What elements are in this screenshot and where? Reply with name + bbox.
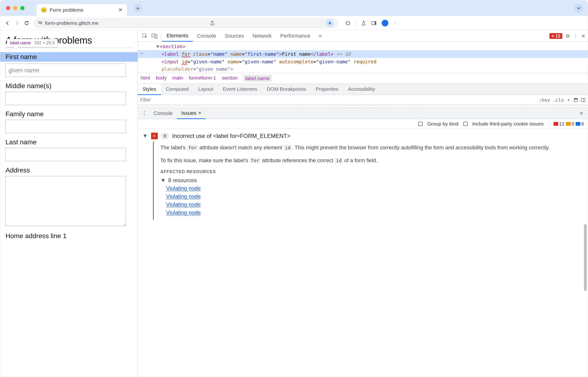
tabs-overflow[interactable]: » <box>315 30 326 41</box>
label-last-name: Last name <box>5 138 132 146</box>
kebab-menu-icon[interactable]: ⋮ <box>394 21 397 25</box>
close-devtools-icon[interactable]: ✕ <box>581 33 585 39</box>
hov-toggle[interactable]: :hov <box>539 97 550 103</box>
issue-description: The label's for attribute doesn't match … <box>160 144 584 152</box>
breadcrumb-item[interactable]: main <box>172 75 183 82</box>
breadcrumb-item[interactable]: form#form-1 <box>189 75 216 82</box>
kebab-menu-icon[interactable]: ⋮ <box>573 33 578 39</box>
issues-toolbar: Group by kind Include third-party cookie… <box>138 119 588 129</box>
include-third-party-label: Include third-party cookie issues <box>472 121 544 127</box>
computed-styles-icon[interactable] <box>574 98 578 102</box>
subtab-computed[interactable]: Computed <box>161 84 193 95</box>
maximize-window[interactable] <box>20 6 24 10</box>
tab-network[interactable]: Network <box>248 30 276 41</box>
devtools-drawer: ⋮ Console Issues ✕ ✕ Group by kind Inclu… <box>138 107 588 377</box>
scrollbar-thumb[interactable] <box>584 224 587 291</box>
separator <box>161 33 161 39</box>
label-middle-name: Middle name(s) <box>5 82 132 90</box>
input-middle-name[interactable] <box>5 92 126 105</box>
site-settings-icon[interactable] <box>38 21 43 25</box>
input-address[interactable] <box>5 176 126 226</box>
inspect-element-icon[interactable] <box>140 33 150 39</box>
labs-icon[interactable] <box>361 21 366 26</box>
dom-node[interactable]: <input id="given-name" name="given-name"… <box>138 58 588 66</box>
side-panel-icon[interactable] <box>371 21 376 25</box>
input-last-name[interactable] <box>5 148 126 161</box>
toggle-sidebar-icon[interactable] <box>581 98 585 102</box>
browser-toolbar: form-problems.glitch.me ★ ⋮ <box>0 16 588 30</box>
violating-node-link[interactable]: Violating node <box>166 210 584 216</box>
subtab-event-listeners[interactable]: Event Listeners <box>218 84 262 95</box>
expand-icon[interactable]: ▼ <box>143 133 148 139</box>
browser-tab[interactable]: 😐 Form problems ✕ <box>36 4 127 16</box>
violating-node-link[interactable]: Violating node <box>166 201 584 208</box>
tabs-overflow-button[interactable] <box>575 4 583 12</box>
expand-icon[interactable]: ▼ <box>160 177 166 184</box>
svg-point-2 <box>39 21 40 22</box>
close-window[interactable] <box>6 6 10 10</box>
tab-title: Form problems <box>50 7 83 13</box>
styles-subtabs: Styles Computed Layout Event Listeners D… <box>138 84 588 95</box>
extensions-icon[interactable] <box>345 21 351 26</box>
info-flag-icon <box>576 122 580 126</box>
reload-button[interactable] <box>24 21 29 25</box>
breadcrumb-item-active[interactable]: label.name <box>243 75 272 82</box>
close-tab-icon[interactable]: ✕ <box>198 111 201 115</box>
address-bar[interactable]: form-problems.glitch.me ★ <box>34 18 338 28</box>
breadcrumb-item[interactable]: html <box>141 75 150 82</box>
subtab-styles[interactable]: Styles <box>138 84 161 95</box>
dom-overflow-indicator[interactable]: ⋯ <box>140 50 144 57</box>
drawer-tab-console[interactable]: Console <box>149 108 177 119</box>
subtab-dom-breakpoints[interactable]: DOM Breakpoints <box>262 84 311 95</box>
breadcrumb-item[interactable]: body <box>156 75 167 82</box>
tab-sources[interactable]: Sources <box>220 30 248 41</box>
subtab-accessibility[interactable]: Accessibility <box>343 84 380 95</box>
device-toolbar-icon[interactable] <box>150 34 159 38</box>
profile-avatar[interactable] <box>382 20 388 26</box>
violating-node-link[interactable]: Violating node <box>166 185 584 192</box>
violating-node-link[interactable]: Violating node <box>166 193 584 200</box>
issue-header[interactable]: ▼ ✕ 8 Incorrect use of <label for=FORM_E… <box>143 133 584 139</box>
new-style-rule-icon[interactable]: ＋ <box>566 97 571 103</box>
dom-node[interactable]: placeholder="given name"> <box>138 66 588 73</box>
selected-dom-node[interactable]: <label for class="name" name="first-name… <box>138 50 588 58</box>
minimize-window[interactable] <box>13 6 17 10</box>
settings-icon[interactable]: ⚙ <box>566 33 570 39</box>
devtools-panel: Elements Console Sources Network Perform… <box>137 30 588 377</box>
drawer-tab-issues[interactable]: Issues ✕ <box>177 108 206 119</box>
svg-rect-10 <box>574 98 577 100</box>
bookmark-icon[interactable]: ★ <box>326 19 334 27</box>
error-count-badge[interactable]: 12 <box>549 33 562 39</box>
close-drawer-icon[interactable]: ✕ <box>577 110 586 116</box>
new-tab-button[interactable]: ＋ <box>134 4 142 12</box>
cls-toggle[interactable]: .cls <box>553 97 564 103</box>
tab-elements[interactable]: Elements <box>162 31 193 42</box>
input-family-name[interactable] <box>5 120 126 133</box>
group-by-kind-checkbox[interactable] <box>418 122 423 126</box>
devtools-toolbar: Elements Console Sources Network Perform… <box>138 30 588 42</box>
issue-counts: 12 0 6 <box>550 121 584 127</box>
warning-flag-icon <box>566 122 571 126</box>
dom-breadcrumb[interactable]: html body main form#form-1 section label… <box>138 73 588 84</box>
subtab-properties[interactable]: Properties <box>311 84 343 95</box>
close-tab-icon[interactable]: ✕ <box>118 7 123 13</box>
styles-filter-input[interactable] <box>140 97 536 103</box>
drawer-kebab-icon[interactable]: ⋮ <box>139 110 149 117</box>
issues-list[interactable]: ▼ ✕ 8 Incorrect use of <label for=FORM_E… <box>138 129 588 377</box>
include-third-party-checkbox[interactable] <box>463 122 468 126</box>
tab-performance[interactable]: Performance <box>276 30 315 41</box>
tab-console[interactable]: Console <box>193 30 221 41</box>
window-controls <box>6 6 24 10</box>
back-button[interactable] <box>5 21 10 25</box>
input-given-name[interactable] <box>5 64 126 77</box>
affected-resources-heading: AFFECTED RESOURCES <box>160 169 584 174</box>
subtab-layout[interactable]: Layout <box>193 84 218 95</box>
share-icon[interactable] <box>210 21 215 26</box>
resources-summary[interactable]: ▼ 8 resources <box>160 177 584 184</box>
group-by-kind-label: Group by kind <box>427 121 459 127</box>
dom-tree[interactable]: ⋯ ▼<section> <label for class="name" nam… <box>138 42 588 73</box>
issue-count-badge: 8 <box>161 133 169 139</box>
breadcrumb-item[interactable]: section <box>222 75 238 82</box>
inspected-element-highlight: First name <box>0 52 137 62</box>
forward-button[interactable] <box>14 21 20 25</box>
